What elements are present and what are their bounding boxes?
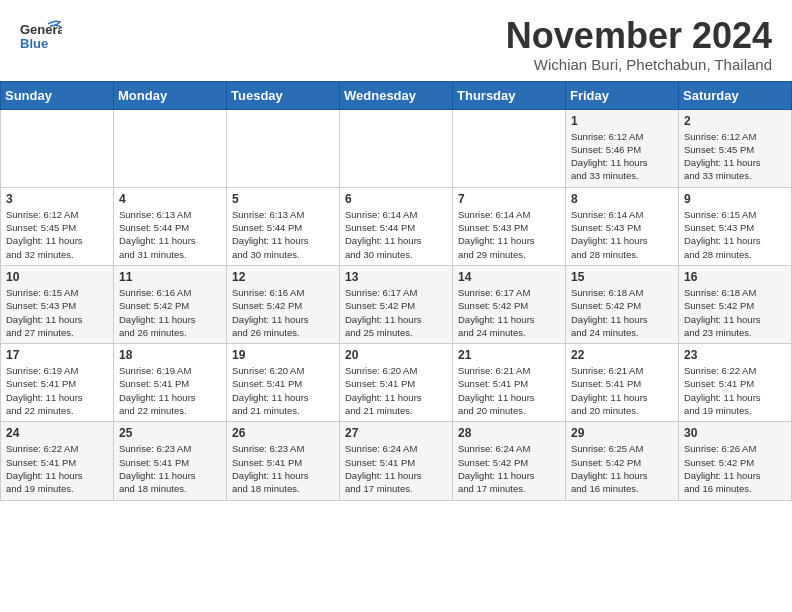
day-info: Sunrise: 6:14 AMSunset: 5:44 PMDaylight:… — [345, 208, 447, 261]
day-number: 7 — [458, 192, 560, 206]
day-number: 15 — [571, 270, 673, 284]
day-number: 24 — [6, 426, 108, 440]
day-number: 17 — [6, 348, 108, 362]
calendar-week-row: 24Sunrise: 6:22 AMSunset: 5:41 PMDayligh… — [1, 422, 792, 500]
day-info: Sunrise: 6:26 AMSunset: 5:42 PMDaylight:… — [684, 442, 786, 495]
day-number: 28 — [458, 426, 560, 440]
month-title: November 2024 — [506, 16, 772, 56]
weekday-header-thursday: Thursday — [453, 81, 566, 109]
day-info: Sunrise: 6:13 AMSunset: 5:44 PMDaylight:… — [119, 208, 221, 261]
day-info: Sunrise: 6:20 AMSunset: 5:41 PMDaylight:… — [345, 364, 447, 417]
calendar-cell: 17Sunrise: 6:19 AMSunset: 5:41 PMDayligh… — [1, 344, 114, 422]
title-block: November 2024 Wichian Buri, Phetchabun, … — [506, 16, 772, 73]
day-info: Sunrise: 6:14 AMSunset: 5:43 PMDaylight:… — [571, 208, 673, 261]
day-number: 21 — [458, 348, 560, 362]
calendar-cell: 8Sunrise: 6:14 AMSunset: 5:43 PMDaylight… — [566, 187, 679, 265]
day-info: Sunrise: 6:18 AMSunset: 5:42 PMDaylight:… — [571, 286, 673, 339]
location-title: Wichian Buri, Phetchabun, Thailand — [506, 56, 772, 73]
day-number: 5 — [232, 192, 334, 206]
logo: General Blue — [20, 16, 62, 58]
weekday-header-friday: Friday — [566, 81, 679, 109]
day-number: 19 — [232, 348, 334, 362]
day-number: 4 — [119, 192, 221, 206]
weekday-header-monday: Monday — [114, 81, 227, 109]
day-number: 14 — [458, 270, 560, 284]
page-header: General Blue November 2024 Wichian Buri,… — [0, 0, 792, 81]
calendar-table: SundayMondayTuesdayWednesdayThursdayFrid… — [0, 81, 792, 501]
calendar-cell: 19Sunrise: 6:20 AMSunset: 5:41 PMDayligh… — [227, 344, 340, 422]
day-info: Sunrise: 6:17 AMSunset: 5:42 PMDaylight:… — [345, 286, 447, 339]
calendar-cell: 10Sunrise: 6:15 AMSunset: 5:43 PMDayligh… — [1, 265, 114, 343]
day-number: 26 — [232, 426, 334, 440]
day-number: 29 — [571, 426, 673, 440]
day-info: Sunrise: 6:16 AMSunset: 5:42 PMDaylight:… — [232, 286, 334, 339]
day-info: Sunrise: 6:13 AMSunset: 5:44 PMDaylight:… — [232, 208, 334, 261]
day-info: Sunrise: 6:19 AMSunset: 5:41 PMDaylight:… — [119, 364, 221, 417]
calendar-cell: 4Sunrise: 6:13 AMSunset: 5:44 PMDaylight… — [114, 187, 227, 265]
calendar-week-row: 10Sunrise: 6:15 AMSunset: 5:43 PMDayligh… — [1, 265, 792, 343]
calendar-cell: 9Sunrise: 6:15 AMSunset: 5:43 PMDaylight… — [679, 187, 792, 265]
day-info: Sunrise: 6:18 AMSunset: 5:42 PMDaylight:… — [684, 286, 786, 339]
day-info: Sunrise: 6:24 AMSunset: 5:42 PMDaylight:… — [458, 442, 560, 495]
calendar-cell: 27Sunrise: 6:24 AMSunset: 5:41 PMDayligh… — [340, 422, 453, 500]
svg-text:Blue: Blue — [20, 36, 48, 51]
day-number: 23 — [684, 348, 786, 362]
calendar-cell: 3Sunrise: 6:12 AMSunset: 5:45 PMDaylight… — [1, 187, 114, 265]
day-info: Sunrise: 6:12 AMSunset: 5:46 PMDaylight:… — [571, 130, 673, 183]
calendar-cell: 12Sunrise: 6:16 AMSunset: 5:42 PMDayligh… — [227, 265, 340, 343]
calendar-cell — [340, 109, 453, 187]
weekday-header-wednesday: Wednesday — [340, 81, 453, 109]
day-number: 16 — [684, 270, 786, 284]
day-info: Sunrise: 6:22 AMSunset: 5:41 PMDaylight:… — [684, 364, 786, 417]
day-info: Sunrise: 6:21 AMSunset: 5:41 PMDaylight:… — [571, 364, 673, 417]
day-number: 12 — [232, 270, 334, 284]
calendar-cell: 18Sunrise: 6:19 AMSunset: 5:41 PMDayligh… — [114, 344, 227, 422]
calendar-cell: 1Sunrise: 6:12 AMSunset: 5:46 PMDaylight… — [566, 109, 679, 187]
day-number: 1 — [571, 114, 673, 128]
day-info: Sunrise: 6:23 AMSunset: 5:41 PMDaylight:… — [119, 442, 221, 495]
day-number: 18 — [119, 348, 221, 362]
day-number: 30 — [684, 426, 786, 440]
day-number: 20 — [345, 348, 447, 362]
day-info: Sunrise: 6:23 AMSunset: 5:41 PMDaylight:… — [232, 442, 334, 495]
calendar-week-row: 17Sunrise: 6:19 AMSunset: 5:41 PMDayligh… — [1, 344, 792, 422]
calendar-cell: 2Sunrise: 6:12 AMSunset: 5:45 PMDaylight… — [679, 109, 792, 187]
day-number: 22 — [571, 348, 673, 362]
weekday-header-row: SundayMondayTuesdayWednesdayThursdayFrid… — [1, 81, 792, 109]
calendar-body: 1Sunrise: 6:12 AMSunset: 5:46 PMDaylight… — [1, 109, 792, 500]
calendar-cell: 20Sunrise: 6:20 AMSunset: 5:41 PMDayligh… — [340, 344, 453, 422]
calendar-cell: 29Sunrise: 6:25 AMSunset: 5:42 PMDayligh… — [566, 422, 679, 500]
day-number: 8 — [571, 192, 673, 206]
day-info: Sunrise: 6:21 AMSunset: 5:41 PMDaylight:… — [458, 364, 560, 417]
calendar-cell: 14Sunrise: 6:17 AMSunset: 5:42 PMDayligh… — [453, 265, 566, 343]
calendar-cell: 16Sunrise: 6:18 AMSunset: 5:42 PMDayligh… — [679, 265, 792, 343]
weekday-header-saturday: Saturday — [679, 81, 792, 109]
calendar-cell: 15Sunrise: 6:18 AMSunset: 5:42 PMDayligh… — [566, 265, 679, 343]
day-number: 27 — [345, 426, 447, 440]
day-number: 6 — [345, 192, 447, 206]
calendar-week-row: 1Sunrise: 6:12 AMSunset: 5:46 PMDaylight… — [1, 109, 792, 187]
day-number: 13 — [345, 270, 447, 284]
calendar-cell: 7Sunrise: 6:14 AMSunset: 5:43 PMDaylight… — [453, 187, 566, 265]
weekday-header-tuesday: Tuesday — [227, 81, 340, 109]
calendar-cell: 21Sunrise: 6:21 AMSunset: 5:41 PMDayligh… — [453, 344, 566, 422]
day-info: Sunrise: 6:15 AMSunset: 5:43 PMDaylight:… — [684, 208, 786, 261]
day-number: 10 — [6, 270, 108, 284]
logo-icon: General Blue — [20, 16, 62, 58]
day-info: Sunrise: 6:24 AMSunset: 5:41 PMDaylight:… — [345, 442, 447, 495]
calendar-cell: 30Sunrise: 6:26 AMSunset: 5:42 PMDayligh… — [679, 422, 792, 500]
day-number: 11 — [119, 270, 221, 284]
day-info: Sunrise: 6:12 AMSunset: 5:45 PMDaylight:… — [6, 208, 108, 261]
calendar-cell: 11Sunrise: 6:16 AMSunset: 5:42 PMDayligh… — [114, 265, 227, 343]
day-info: Sunrise: 6:15 AMSunset: 5:43 PMDaylight:… — [6, 286, 108, 339]
day-number: 3 — [6, 192, 108, 206]
day-info: Sunrise: 6:17 AMSunset: 5:42 PMDaylight:… — [458, 286, 560, 339]
day-info: Sunrise: 6:20 AMSunset: 5:41 PMDaylight:… — [232, 364, 334, 417]
calendar-cell: 26Sunrise: 6:23 AMSunset: 5:41 PMDayligh… — [227, 422, 340, 500]
calendar-cell — [453, 109, 566, 187]
calendar-cell: 13Sunrise: 6:17 AMSunset: 5:42 PMDayligh… — [340, 265, 453, 343]
day-info: Sunrise: 6:25 AMSunset: 5:42 PMDaylight:… — [571, 442, 673, 495]
day-info: Sunrise: 6:14 AMSunset: 5:43 PMDaylight:… — [458, 208, 560, 261]
calendar-cell — [1, 109, 114, 187]
calendar-cell: 23Sunrise: 6:22 AMSunset: 5:41 PMDayligh… — [679, 344, 792, 422]
